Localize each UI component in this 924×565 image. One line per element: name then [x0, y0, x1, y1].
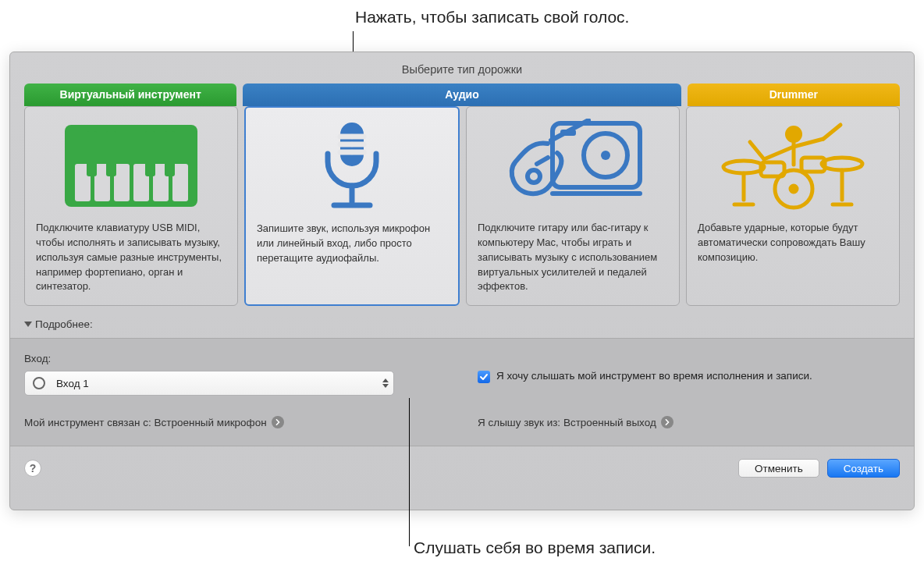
tab-audio[interactable]: Аудио — [243, 84, 681, 106]
input-label: Вход: — [24, 353, 446, 364]
create-button[interactable]: Создать — [827, 459, 900, 478]
card-desc: Подключите гитару или бас-гитару к компь… — [478, 216, 668, 294]
microphone-icon — [257, 115, 447, 217]
input-value: Вход 1 — [56, 378, 89, 389]
card-software-instrument[interactable]: Подключите клавиатуру USB MIDI, чтобы ис… — [24, 106, 238, 306]
tab-software-instrument[interactable]: Виртуальный инструмент — [24, 84, 236, 106]
svg-point-38 — [791, 186, 797, 192]
svg-line-27 — [537, 158, 548, 164]
track-type-cards: Подключите клавиатуру USB MIDI, чтобы ис… — [10, 106, 914, 315]
svg-rect-10 — [165, 131, 175, 176]
help-button[interactable]: ? — [24, 460, 41, 477]
input-channel-icon — [33, 377, 45, 389]
tab-drummer[interactable]: Drummer — [688, 84, 900, 106]
dialog-title: Выберите тип дорожки — [10, 52, 914, 84]
svg-point-22 — [601, 151, 610, 160]
input-device-button[interactable] — [272, 416, 284, 428]
svg-rect-7 — [87, 131, 97, 176]
dialog-footer: ? Отменить Создать — [10, 446, 914, 478]
monitor-label: Я хочу слышать мой инструмент во время и… — [496, 370, 812, 382]
guitar-amp-icon — [478, 115, 668, 216]
output-device-button[interactable] — [661, 416, 673, 428]
disclosure-triangle-icon — [24, 322, 32, 327]
card-audio-mic[interactable]: Запишите звук, используя микрофон или ли… — [244, 106, 460, 306]
card-drummer[interactable]: Добавьте ударные, которые будут автомати… — [686, 106, 900, 306]
callout-top: Нажать, чтобы записать свой голос. — [355, 8, 629, 27]
new-track-dialog: Выберите тип дорожки Виртуальный инструм… — [9, 52, 915, 510]
drummer-icon — [698, 115, 888, 216]
card-desc: Подключите клавиатуру USB MIDI, чтобы ис… — [36, 216, 226, 294]
cancel-button[interactable]: Отменить — [738, 459, 819, 478]
card-desc: Запишите звук, используя микрофон или ли… — [257, 217, 447, 266]
callout-bottom: Слушать себя во время записи. — [414, 538, 656, 557]
svg-rect-9 — [145, 131, 155, 176]
details-disclosure[interactable]: Подробнее: — [10, 315, 914, 338]
svg-point-28 — [785, 126, 802, 143]
svg-point-26 — [528, 170, 540, 183]
card-desc: Добавьте ударные, которые будут автомати… — [698, 216, 888, 265]
details-panel: Вход: Вход 1 Мой инструмент связан с: Вс… — [10, 338, 914, 446]
card-audio-guitar[interactable]: Подключите гитару или бас-гитару к компь… — [466, 106, 680, 306]
input-select[interactable]: Вход 1 — [24, 371, 394, 396]
svg-rect-8 — [106, 131, 116, 176]
select-arrows-icon — [382, 378, 389, 388]
track-type-tabs: Виртуальный инструмент Аудио Drummer — [10, 84, 914, 106]
output-device-label: Я слышу звук из: Встроенный выход — [478, 417, 656, 428]
monitor-checkbox[interactable] — [478, 371, 490, 383]
details-label: Подробнее: — [35, 318, 93, 330]
keyboard-icon — [36, 115, 226, 216]
callout-line — [409, 398, 410, 546]
input-device-label: Мой инструмент связан с: Встроенный микр… — [24, 417, 267, 428]
